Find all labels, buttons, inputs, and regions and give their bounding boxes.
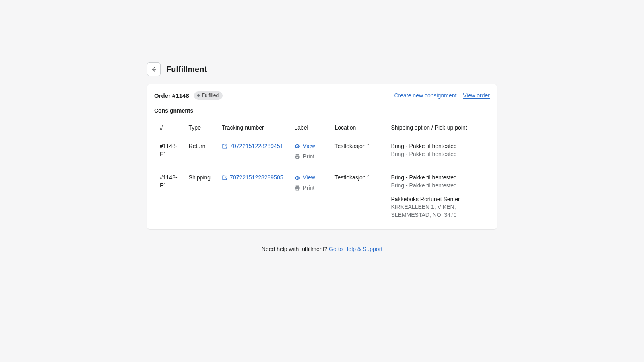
order-title: Order #1148 xyxy=(154,91,189,100)
shipping-option-sub: Bring - Pakke til hentested xyxy=(391,150,484,158)
cell-id: #1148-F1 xyxy=(154,167,183,222)
eye-icon xyxy=(294,175,300,181)
eye-icon xyxy=(294,143,300,149)
cell-type: Shipping xyxy=(183,167,217,222)
print-label-link[interactable]: Print xyxy=(294,153,323,161)
arrow-left-icon xyxy=(151,66,157,72)
shipping-option-main: Bring - Pakke til hentested xyxy=(391,142,484,150)
back-button[interactable] xyxy=(147,62,161,76)
tracking-number: 70722151228289505 xyxy=(230,174,283,182)
tracking-number: 70722151228289451 xyxy=(230,142,283,150)
th-location: Location xyxy=(329,120,385,136)
card-header: Order #1148 Fulfilled Create new consign… xyxy=(154,91,490,100)
print-label-text: Print xyxy=(303,153,314,161)
cell-id: #1148-F1 xyxy=(154,136,183,167)
footer-help: Need help with fulfillment? Go to Help &… xyxy=(147,245,497,253)
th-type: Type xyxy=(183,120,217,136)
print-label-link[interactable]: Print xyxy=(294,184,323,192)
view-label-link[interactable]: View xyxy=(294,142,323,150)
print-icon xyxy=(294,185,300,191)
view-label-text: View xyxy=(303,174,315,182)
external-link-icon xyxy=(222,175,227,181)
status-dot-icon xyxy=(197,94,200,97)
print-label-text: Print xyxy=(303,184,314,192)
cell-type: Return xyxy=(183,136,217,167)
tracking-link[interactable]: 70722151228289451 xyxy=(222,142,283,150)
footer-help-text: Need help with fulfillment? xyxy=(262,246,329,252)
th-shipping: Shipping option / Pick-up point xyxy=(385,120,490,136)
status-badge: Fulfilled xyxy=(194,91,223,100)
pickup-point-address: KIRKEALLEEN 1, VIKEN, SLEMMESTAD, NO, 34… xyxy=(391,203,484,219)
tracking-link[interactable]: 70722151228289505 xyxy=(222,174,283,182)
shipping-option-sub: Bring - Pakke til hentested xyxy=(391,182,484,190)
table-row: #1148-F1 Shipping 70722151228289505 xyxy=(154,167,490,222)
external-link-icon xyxy=(222,144,227,149)
th-label: Label xyxy=(289,120,329,136)
print-icon xyxy=(294,154,300,160)
th-id: # xyxy=(154,120,183,136)
page-header: Fulfillment xyxy=(147,62,497,76)
status-badge-text: Fulfilled xyxy=(202,92,219,99)
view-label-link[interactable]: View xyxy=(294,174,323,182)
table-row: #1148-F1 Return 70722151228289451 xyxy=(154,136,490,167)
order-card: Order #1148 Fulfilled Create new consign… xyxy=(147,84,497,229)
view-order-link[interactable]: View order xyxy=(463,92,490,100)
cell-location: Testlokasjon 1 xyxy=(329,136,385,167)
th-tracking: Tracking number xyxy=(216,120,289,136)
cell-location: Testlokasjon 1 xyxy=(329,167,385,222)
help-support-link[interactable]: Go to Help & Support xyxy=(329,246,382,252)
shipping-option-main: Bring - Pakke til hentested xyxy=(391,174,484,182)
page-title: Fulfillment xyxy=(166,64,207,75)
consignments-table: # Type Tracking number Label Location Sh… xyxy=(154,120,490,222)
create-consignment-link[interactable]: Create new consignment xyxy=(394,92,456,100)
section-title: Consignments xyxy=(154,107,490,115)
view-label-text: View xyxy=(303,142,315,150)
pickup-point-name: Pakkeboks Rortunet Senter xyxy=(391,195,484,204)
